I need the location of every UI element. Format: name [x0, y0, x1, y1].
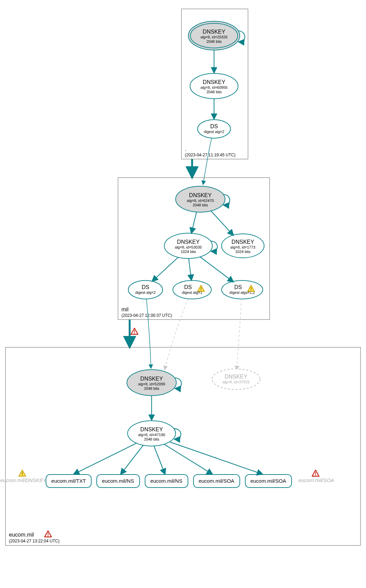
zone-mil-name: mil [121, 307, 128, 312]
svg-text:eucom.mil/TXT: eucom.mil/TXT [51, 478, 86, 484]
svg-text:!: ! [134, 329, 135, 335]
edge-zsk-soa2 [170, 442, 262, 474]
edge-mil-zsk-ds3 [200, 257, 233, 282]
svg-text:alg=8, id=20326: alg=8, id=20326 [201, 35, 228, 39]
svg-text:alg=8, id=52099: alg=8, id=52099 [138, 382, 165, 386]
edge-mil-ksk-zsk [191, 212, 197, 233]
svg-text:DNSKEY: DNSKEY [177, 239, 200, 245]
zone-eucom: eucom.mil ! (2023-04-27 13:22:04 UTC) DN… [0, 347, 361, 545]
svg-text:DNSKEY: DNSKEY [203, 29, 225, 35]
svg-text:DNSKEY: DNSKEY [225, 374, 247, 380]
node-mil-ksk[interactable]: DNSKEY alg=8, id=62470 2048 bits [176, 186, 225, 212]
svg-text:2048 bits: 2048 bits [144, 437, 160, 441]
svg-text:alg=8, id=37915: alg=8, id=37915 [223, 380, 250, 384]
svg-text:DS: DS [210, 123, 218, 129]
zone-root: . (2023-04-27 11:19:45 UTC) DNSKEY alg=8… [181, 9, 248, 159]
svg-text:DS: DS [234, 284, 242, 290]
node-root-zsk[interactable]: DNSKEY alg=8, id=60955 2048 bits [190, 73, 238, 99]
zone-eucom-name: eucom.mil [9, 532, 34, 538]
rrset-ns2[interactable]: eucom.mil/NS [145, 475, 188, 488]
svg-point-33 [222, 280, 263, 299]
node-eucom-ghost[interactable]: DNSKEY alg=8, id=37915 [212, 369, 260, 389]
error-icon: ! [45, 531, 51, 537]
svg-text:DNSKEY: DNSKEY [140, 427, 163, 432]
svg-text:alg=8, id=1773: alg=8, id=1773 [231, 245, 256, 249]
node-mil-ds2[interactable]: DS digest alg=1 ! [173, 280, 211, 299]
svg-point-29 [173, 280, 211, 299]
dnssec-graph: . (2023-04-27 11:19:45 UTC) DNSKEY alg=8… [0, 0, 366, 588]
svg-text:2048 bits: 2048 bits [206, 39, 222, 44]
error-icon: ! [131, 328, 138, 335]
rrset-soa2[interactable]: eucom.mil/SOA [245, 475, 292, 488]
svg-text:!: ! [200, 286, 202, 292]
svg-text:DS: DS [142, 284, 149, 290]
node-root-ksk[interactable]: DNSKEY alg=8, id=20326 2048 bits [188, 21, 240, 50]
zone-eucom-time: (2023-04-27 13:22:04 UTC) [9, 539, 59, 543]
edge-mil-ds2-eucom-ksk [165, 299, 188, 370]
svg-text:eucom.mil/NS: eucom.mil/NS [150, 478, 182, 484]
svg-text:DS: DS [184, 284, 192, 290]
rrset-txt[interactable]: eucom.mil/TXT [46, 475, 91, 488]
node-mil-zsk2[interactable]: DNSKEY alg=8, id=1773 1024 bits [222, 234, 264, 258]
svg-text:eucom.mil/SOA: eucom.mil/SOA [199, 478, 234, 484]
svg-text:DNSKEY: DNSKEY [203, 79, 225, 85]
edge-mil-ds3-eucom-ghost [237, 299, 241, 370]
edge-mil-zsk-ds2 [189, 259, 191, 280]
node-mil-ds3[interactable]: DS digest algs=1,2 ! [222, 280, 263, 299]
edge-zsk-soa1 [164, 444, 212, 474]
svg-text:2048 bits: 2048 bits [206, 90, 222, 94]
zone-root-time: (2023-04-27 11:19:45 UTC) [185, 153, 235, 157]
zone-mil-time: (2023-04-27 12:00:37 UTC) [121, 313, 172, 318]
svg-text:1024 bits: 1024 bits [181, 250, 196, 254]
node-eucom-zsk[interactable]: DNSKEY alg=8, id=47190 2048 bits [128, 421, 176, 446]
edge-zsk-txt [74, 443, 136, 474]
node-mil-zsk[interactable]: DNSKEY alg=8, id=53035 1024 bits [164, 233, 212, 259]
svg-text:eucom.mil/NS: eucom.mil/NS [102, 478, 134, 484]
node-mil-ds1[interactable]: DS digest alg=2 [128, 280, 163, 299]
svg-text:digest alg=2: digest alg=2 [135, 290, 156, 295]
node-eucom-ksk[interactable]: DNSKEY alg=8, id=52099 2048 bits [127, 370, 176, 396]
rrset-soa-error[interactable]: ! eucom.mil/SOA [298, 470, 334, 483]
rrset-ns1[interactable]: eucom.mil/NS [97, 475, 140, 488]
edge-mil-ksk-zsk2 [211, 211, 233, 235]
svg-text:alg=8, id=53035: alg=8, id=53035 [175, 245, 202, 249]
zone-root-name: . [185, 146, 186, 152]
edge-mil-zsk-ds1 [152, 257, 178, 281]
svg-text:1024 bits: 1024 bits [235, 250, 251, 254]
edge-mil-ds1-eucom-ksk [146, 299, 151, 368]
edge-zsk-ns2 [154, 446, 165, 474]
svg-text:!: ! [250, 286, 252, 292]
svg-text:2048 bits: 2048 bits [193, 203, 208, 207]
svg-text:eucom.mil/DNSKEY: eucom.mil/DNSKEY [0, 477, 47, 483]
warning-icon: ! [19, 470, 26, 477]
svg-text:!: ! [47, 532, 49, 537]
svg-text:alg=8, id=60955: alg=8, id=60955 [201, 85, 228, 89]
svg-text:DNSKEY: DNSKEY [140, 376, 163, 382]
svg-text:!: ! [315, 471, 317, 477]
svg-text:eucom.mil/SOA: eucom.mil/SOA [298, 477, 334, 483]
rrset-soa1[interactable]: eucom.mil/SOA [193, 475, 240, 488]
svg-text:alg=8, id=62470: alg=8, id=62470 [187, 199, 214, 203]
svg-text:DNSKEY: DNSKEY [189, 192, 212, 198]
svg-text:digest alg=2: digest alg=2 [204, 130, 224, 134]
svg-text:alg=8, id=47190: alg=8, id=47190 [138, 433, 165, 437]
node-root-ds[interactable]: DS digest alg=2 [198, 120, 231, 138]
svg-text:DNSKEY: DNSKEY [232, 239, 254, 245]
svg-text:eucom.mil/SOA: eucom.mil/SOA [250, 478, 286, 484]
rrset-dnskey[interactable]: ! eucom.mil/DNSKEY [0, 470, 47, 483]
svg-text:2048 bits: 2048 bits [144, 386, 160, 391]
zone-mil: mil (2023-04-27 12:00:37 UTC) DNSKEY alg… [118, 178, 270, 320]
svg-text:!: ! [22, 471, 23, 477]
error-icon: ! [312, 470, 319, 477]
